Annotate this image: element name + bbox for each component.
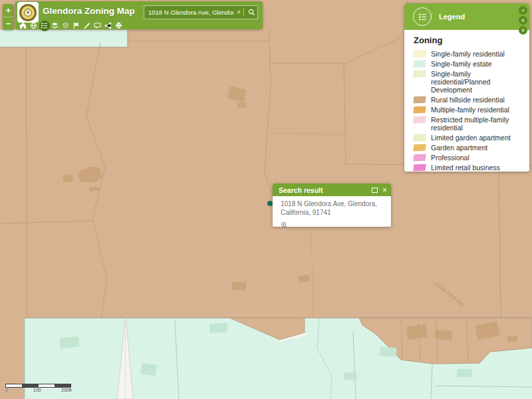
legend-item-label: Rural hillside residential	[431, 96, 505, 104]
legend-item-label: Single-family estate	[431, 60, 492, 68]
scale-bar: 0 100 200ft	[5, 384, 72, 393]
search-result-popup: Search result × 1018 N Glendora Ave, Gle…	[273, 184, 391, 227]
parcel-number-label: 1074	[89, 187, 99, 192]
home-icon[interactable]	[19, 22, 27, 29]
app-header: ¥ Glendora Zoning Map ×	[15, 1, 263, 29]
bookmarks-icon[interactable]	[72, 22, 80, 29]
legend-section-title: Zoning	[414, 35, 521, 45]
legend-swatch	[413, 70, 426, 78]
popup-close-icon[interactable]: ×	[382, 186, 387, 194]
basemap-gallery-icon[interactable]	[62, 22, 69, 29]
legend-item: Rural hillside residential	[414, 96, 521, 104]
draw-icon[interactable]	[83, 22, 90, 29]
legend-item-label: Single-family residential/Planned Develo…	[431, 70, 521, 94]
divider	[243, 8, 244, 17]
zoom-controls: + −	[3, 4, 14, 30]
legend-item: Restricted multiple-family residential	[414, 116, 521, 132]
print-icon[interactable]	[115, 22, 122, 29]
legend-item-label: Multiple-family residential	[431, 106, 509, 114]
share-icon[interactable]	[104, 22, 112, 29]
popup-maximize-icon[interactable]	[372, 188, 378, 193]
toolbar	[19, 21, 122, 30]
legend-item: Multiple-family residential	[414, 106, 521, 114]
legend-item-label: Limited retail business	[431, 164, 500, 172]
legend-item: Single-family residential	[414, 50, 521, 58]
legend-swatch	[413, 106, 426, 114]
legend-swatch	[413, 51, 426, 58]
layer-list-icon[interactable]	[51, 22, 59, 29]
popup-address-line2: California, 91741	[281, 209, 384, 217]
legend-collapse-icon[interactable]: ∧	[519, 16, 527, 25]
legend-header[interactable]: Legend × ∧ ∨	[404, 3, 529, 30]
popup-title: Search result	[279, 186, 372, 194]
legend-item: Single-family estate	[414, 60, 521, 68]
map-application: 1074 CONIFER RD + − ¥ Glendora Zoning Ma…	[0, 0, 532, 399]
popup-address-line1: 1018 N Glendora Ave, Glendora,	[281, 200, 384, 209]
legend-item-label: Limited garden apartment	[431, 134, 511, 142]
legend-swatch	[413, 154, 426, 162]
legend-swatch	[413, 134, 426, 142]
search-clear-icon[interactable]: ×	[235, 9, 242, 16]
legend-swatch	[413, 144, 426, 152]
zoom-out-button[interactable]: −	[3, 17, 14, 30]
about-icon[interactable]	[94, 22, 101, 29]
legend-item: Single-family residential/Planned Develo…	[414, 70, 521, 94]
legend-title: Legend	[439, 3, 465, 30]
popup-body: 1018 N Glendora Ave, Glendora, Californi…	[273, 196, 391, 231]
scale-label-end: 200ft	[61, 388, 72, 392]
zoom-to-icon[interactable]	[281, 219, 288, 231]
legend-close-icon[interactable]: ×	[519, 6, 527, 15]
legend-swatch	[413, 96, 426, 104]
legend-item: Limited garden apartment	[414, 134, 521, 142]
legend-item-label: Garden apartment	[431, 144, 487, 152]
seal-tree-icon: ¥	[24, 9, 32, 17]
legend-items: Single-family residentialSingle-family e…	[414, 50, 521, 172]
search-input[interactable]	[144, 9, 235, 16]
legend-panel: Legend × ∧ ∨ Zoning Single-family reside…	[404, 3, 529, 172]
search-box: ×	[144, 5, 258, 19]
full-extent-icon[interactable]	[30, 22, 37, 29]
app-title: Glendora Zoning Map	[43, 6, 135, 16]
search-icon[interactable]	[245, 6, 257, 19]
zoom-in-button[interactable]: +	[3, 4, 14, 17]
legend-item: Garden apartment	[414, 144, 521, 152]
legend-swatch	[413, 164, 426, 172]
legend-icon[interactable]	[41, 22, 48, 29]
scale-label-mid: 100	[33, 388, 41, 392]
legend-item-label: Restricted multiple-family residential	[431, 116, 521, 132]
legend-item: Limited retail business	[414, 164, 521, 172]
legend-swatch	[413, 116, 426, 124]
legend-swatch	[413, 61, 426, 68]
popup-header: Search result ×	[273, 184, 391, 196]
city-seal-logo: ¥	[17, 2, 39, 23]
legend-expand-icon[interactable]: ∨	[519, 26, 527, 35]
legend-panel-icon	[413, 7, 432, 26]
legend-item-label: Single-family residential	[431, 50, 505, 58]
scale-label-zero: 0	[5, 388, 8, 392]
legend-item-label: Professional	[431, 154, 469, 162]
legend-body: Zoning Single-family residentialSingle-f…	[404, 30, 529, 172]
search-result-marker	[267, 201, 273, 206]
legend-item: Professional	[414, 154, 521, 162]
